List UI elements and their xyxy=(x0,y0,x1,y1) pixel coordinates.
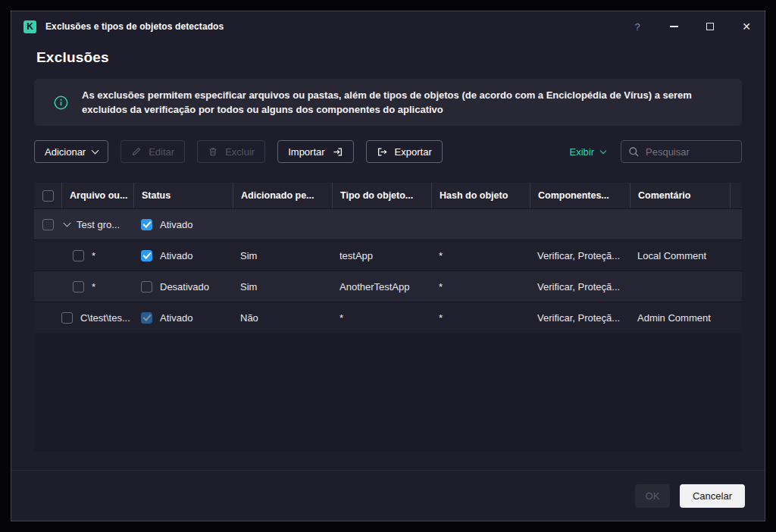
hash-cell: * xyxy=(431,271,530,302)
help-button[interactable]: ? xyxy=(628,17,646,36)
empty-cell xyxy=(730,302,742,333)
file-cell: * xyxy=(61,240,133,271)
hash-cell: * xyxy=(431,240,530,271)
comment-cell: Admin Comment xyxy=(630,302,730,333)
chevron-down-icon xyxy=(600,147,606,153)
added-by-cell: Sim xyxy=(233,240,332,271)
group-status-cell: Ativado xyxy=(133,209,233,239)
empty-cell xyxy=(431,209,530,239)
table-row-group[interactable]: Test gro... Ativado xyxy=(34,208,742,239)
chevron-down-icon[interactable] xyxy=(64,219,71,227)
row-select-cell xyxy=(34,271,61,302)
table-header: Arquivo ou... Status Adicionado pe... Ti… xyxy=(34,183,742,208)
delete-button-label: Excluir xyxy=(225,146,255,158)
trash-icon xyxy=(208,146,218,157)
ok-button[interactable]: OK xyxy=(635,484,670,508)
minimize-icon xyxy=(670,26,678,27)
row-select-checkbox[interactable] xyxy=(73,281,84,293)
status-checkbox[interactable] xyxy=(141,312,152,324)
components-cell: Verificar, Proteçã... xyxy=(530,302,630,333)
info-banner: As exclusões permitem especificar arquiv… xyxy=(34,79,742,126)
status-cell: Ativado xyxy=(133,302,233,333)
row-select-checkbox[interactable] xyxy=(61,312,73,324)
comment-cell: Local Comment xyxy=(630,240,730,271)
toolbar: Adicionar Editar Excluir Importar Export… xyxy=(34,140,742,163)
chevron-down-icon xyxy=(92,146,99,154)
column-header-components[interactable]: Componentes... xyxy=(530,183,630,208)
components-cell: Verificar, Proteçã... xyxy=(530,271,630,302)
column-header-hash[interactable]: Hash do objeto xyxy=(431,183,530,208)
empty-cell xyxy=(730,271,742,302)
column-header-comment[interactable]: Comentário xyxy=(630,183,730,208)
edit-button-label: Editar xyxy=(149,146,174,158)
status-label: Desativado xyxy=(160,281,209,293)
column-header-status[interactable]: Status xyxy=(133,183,233,208)
column-header-gutter xyxy=(730,183,742,208)
group-name-cell: Test gro... xyxy=(61,209,133,239)
table-row[interactable]: * Desativado Sim AnotherTestApp * Verifi… xyxy=(34,271,742,302)
table-row[interactable]: C\test\tes... Ativado Não * * Verificar,… xyxy=(34,302,742,333)
empty-cell xyxy=(730,240,742,271)
add-button[interactable]: Adicionar xyxy=(34,140,108,163)
edit-button[interactable]: Editar xyxy=(120,140,185,163)
status-cell: Ativado xyxy=(133,240,233,271)
status-label: Ativado xyxy=(160,219,192,230)
view-dropdown-label: Exibir xyxy=(569,146,594,158)
app-window: K Exclusões e tipos de objetos detectado… xyxy=(11,11,765,521)
minimize-button[interactable] xyxy=(665,17,683,36)
import-icon xyxy=(332,146,343,158)
status-label: Ativado xyxy=(160,250,192,261)
page-title: Exclusões xyxy=(36,49,765,66)
status-checkbox[interactable] xyxy=(141,219,152,230)
import-button[interactable]: Importar xyxy=(277,140,353,163)
status-checkbox[interactable] xyxy=(141,281,152,293)
column-header-file[interactable]: Arquivo ou... xyxy=(61,183,133,208)
status-label: Ativado xyxy=(160,312,192,324)
select-all-checkbox[interactable] xyxy=(42,190,54,202)
row-select-cell xyxy=(34,302,61,333)
search-icon xyxy=(628,146,640,158)
added-by-cell: Não xyxy=(233,302,332,333)
status-checkbox[interactable] xyxy=(141,250,152,261)
table-row[interactable]: * Ativado Sim testApp * Verificar, Prote… xyxy=(34,239,742,271)
kaspersky-logo-icon: K xyxy=(23,20,36,33)
column-header-added-by[interactable]: Adicionado pe... xyxy=(233,183,332,208)
info-banner-text: As exclusões permitem especificar arquiv… xyxy=(82,88,722,117)
file-cell: * xyxy=(61,271,133,302)
object-type-cell: * xyxy=(332,302,431,333)
select-all-cell xyxy=(34,183,61,208)
export-icon xyxy=(377,146,388,158)
maximize-button[interactable] xyxy=(701,17,719,36)
empty-cell xyxy=(630,209,730,239)
view-dropdown[interactable]: Exibir xyxy=(569,146,605,158)
file-cell: C\test\tes... xyxy=(61,302,133,333)
group-name: Test gro... xyxy=(77,219,120,230)
maximize-icon xyxy=(706,23,714,30)
file-value: C\test\tes... xyxy=(80,312,130,324)
row-select-checkbox[interactable] xyxy=(73,250,84,261)
import-button-label: Importar xyxy=(288,146,324,158)
added-by-cell: Sim xyxy=(233,271,332,302)
object-type-cell: testApp xyxy=(332,240,431,271)
column-header-object-type[interactable]: Tipo do objeto... xyxy=(332,183,431,208)
cancel-button[interactable]: Cancelar xyxy=(680,484,745,508)
search-input[interactable] xyxy=(646,146,734,158)
components-cell: Verificar, Proteçã... xyxy=(530,240,630,271)
file-value: * xyxy=(92,281,95,293)
file-value: * xyxy=(92,250,95,261)
export-button-label: Exportar xyxy=(395,146,432,158)
status-cell: Desativado xyxy=(133,271,233,302)
empty-cell xyxy=(730,209,742,239)
info-icon xyxy=(54,95,68,110)
row-select-checkbox[interactable] xyxy=(42,219,54,230)
pencil-icon xyxy=(131,146,142,157)
comment-cell xyxy=(630,271,730,302)
empty-cell xyxy=(332,209,431,239)
exclusions-table: Arquivo ou... Status Adicionado pe... Ti… xyxy=(34,183,742,452)
delete-button[interactable]: Excluir xyxy=(197,140,265,163)
export-button[interactable]: Exportar xyxy=(366,140,443,163)
close-button[interactable]: ✕ xyxy=(737,17,756,36)
titlebar: K Exclusões e tipos de objetos detectado… xyxy=(11,11,765,42)
object-type-cell: AnotherTestApp xyxy=(332,271,431,302)
window-title: Exclusões e tipos de objetos detectados xyxy=(45,21,224,32)
